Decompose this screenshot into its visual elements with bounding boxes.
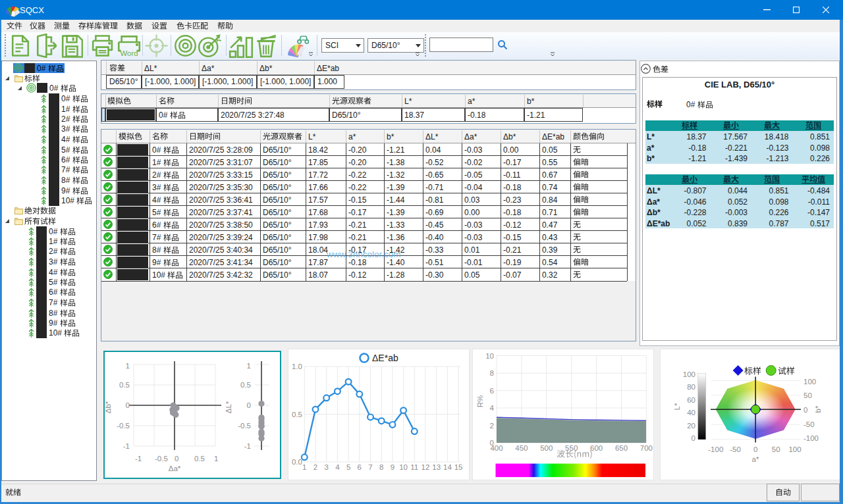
svg-text:12: 12: [422, 463, 430, 471]
svg-text:8: 8: [490, 369, 494, 377]
svg-text:0.5: 0.5: [119, 381, 130, 389]
svg-text:-50: -50: [803, 420, 815, 428]
svg-text:650: 650: [615, 444, 628, 452]
svg-text:0.5: 0.5: [292, 411, 302, 418]
svg-text:400: 400: [490, 444, 503, 452]
svg-text:50: 50: [803, 391, 812, 399]
svg-text:1: 1: [126, 362, 130, 370]
svg-text:500: 500: [540, 444, 553, 452]
svg-text:Δb*: Δb*: [105, 401, 112, 413]
svg-text:100: 100: [788, 445, 801, 453]
svg-text:6: 6: [358, 463, 362, 471]
svg-text:50: 50: [772, 445, 780, 453]
svg-text:450: 450: [515, 444, 528, 452]
svg-text:11: 11: [410, 463, 418, 471]
svg-text:15: 15: [454, 463, 463, 471]
svg-text:0: 0: [175, 455, 178, 463]
svg-text:100: 100: [803, 378, 816, 386]
svg-text:2: 2: [490, 422, 494, 430]
svg-text:0: 0: [692, 434, 695, 442]
svg-text:0.0: 0.0: [292, 458, 302, 466]
svg-text:0: 0: [753, 445, 757, 453]
svg-text:1: 1: [247, 362, 251, 370]
svg-text:2: 2: [313, 463, 317, 471]
svg-text:L*: L*: [673, 403, 681, 410]
svg-text:Δa*: Δa*: [169, 465, 181, 472]
svg-text:-1: -1: [244, 442, 251, 450]
svg-text:-100: -100: [803, 434, 819, 442]
svg-text:40: 40: [687, 409, 695, 416]
svg-text:4: 4: [335, 463, 340, 471]
svg-text:6: 6: [490, 387, 494, 395]
svg-text:13: 13: [432, 463, 441, 471]
svg-text:9: 9: [391, 463, 394, 471]
svg-text:-0.5: -0.5: [117, 422, 130, 430]
svg-text:0.5: 0.5: [240, 381, 251, 389]
svg-text:-1: -1: [135, 455, 142, 463]
svg-text:0.5: 0.5: [194, 455, 205, 463]
svg-text:100: 100: [683, 370, 695, 378]
svg-text:600: 600: [590, 444, 603, 452]
svg-text:-50: -50: [730, 445, 741, 453]
svg-text:-0.5: -0.5: [238, 422, 251, 430]
svg-text:-1: -1: [123, 442, 130, 450]
svg-text:8: 8: [379, 463, 383, 471]
svg-text:5: 5: [346, 463, 350, 471]
svg-text:0: 0: [247, 401, 251, 409]
svg-text:-0.5: -0.5: [155, 455, 168, 463]
svg-text:20: 20: [687, 422, 695, 430]
svg-text:60: 60: [687, 396, 695, 404]
svg-text:3: 3: [324, 463, 328, 471]
svg-text:0: 0: [126, 401, 130, 409]
svg-text:700: 700: [640, 444, 653, 452]
svg-text:7: 7: [368, 463, 372, 471]
svg-text:Word: Word: [121, 49, 138, 57]
svg-text:1: 1: [214, 455, 218, 463]
svg-text:1: 1: [302, 463, 306, 471]
svg-text:-100: -100: [708, 445, 723, 453]
svg-text:0: 0: [803, 406, 807, 414]
svg-text:80: 80: [687, 383, 695, 391]
svg-text:R%: R%: [476, 395, 484, 408]
svg-text:14: 14: [443, 463, 452, 471]
svg-text:b*: b*: [814, 405, 822, 413]
svg-text:ΔL*: ΔL*: [225, 401, 232, 413]
svg-text:a*: a*: [752, 455, 759, 463]
svg-text:10: 10: [399, 463, 408, 471]
svg-text:1.0: 1.0: [292, 363, 302, 370]
svg-text:4: 4: [490, 404, 495, 412]
svg-text:10: 10: [485, 352, 494, 360]
svg-text:ΔE*ab: ΔE*ab: [372, 353, 398, 363]
